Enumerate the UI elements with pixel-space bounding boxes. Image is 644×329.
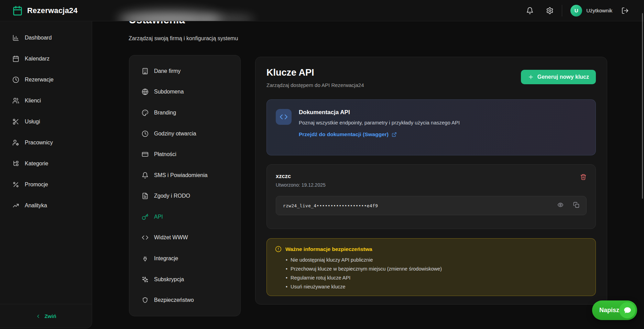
docs-link-label: Przejdź do dokumentacji (Swagger) [299, 131, 389, 138]
settings-nav-item-label: Subdomena [154, 89, 184, 95]
settings-button[interactable] [546, 7, 554, 14]
delete-key-button[interactable] [580, 174, 587, 182]
settings-nav-item-label: Bezpieczeństwo [154, 297, 194, 303]
scrollbar[interactable] [642, 13, 643, 199]
key-icon [142, 213, 149, 220]
chat-bubble [619, 302, 635, 318]
settings-nav-item-zgody-i-rodo[interactable]: Zgody i RODO [135, 188, 235, 204]
external-link-icon [392, 132, 397, 137]
trending-up-icon [12, 202, 19, 209]
sidebar-item-rezerwacje[interactable]: Rezerwacje [5, 72, 87, 87]
settings-nav-item-godziny-otwarcia[interactable]: Godziny otwarcia [135, 126, 235, 141]
api-header: Klucze API Zarządzaj dostępem do API Rez… [266, 67, 596, 88]
topbar-actions: U Użytkownik [526, 5, 629, 17]
building-icon [142, 68, 149, 75]
settings-nav-item-label: Integracje [154, 255, 178, 262]
reveal-key-button[interactable] [557, 202, 564, 209]
settings-nav-item-sms-i-powiadomienia[interactable]: SMS i Powiadomienia [135, 168, 235, 183]
calendar-icon [12, 55, 19, 62]
api-key-created: Utworzono: 19.12.2025 [276, 182, 326, 188]
code-icon [142, 234, 149, 241]
topbar: Rezerwacja24 U Użytkownik [0, 0, 644, 21]
chat-label: Napisz! [599, 307, 621, 314]
warning-header: Ważne informacje bezpieczeństwa [275, 246, 587, 252]
settings-nav-item-api[interactable]: API [135, 209, 235, 224]
page-subtitle: Zarządzaj swoją firmą i konfiguracją sys… [129, 35, 238, 42]
settings-nav-item-branding[interactable]: Branding [135, 105, 235, 120]
generate-key-label: Generuj nowy klucz [537, 74, 589, 80]
sidebar-item-us-ugi[interactable]: Usługi [5, 114, 87, 129]
api-docs-card: Dokumentacja API Poznaj wszystkie endpoi… [266, 99, 596, 155]
code-icon [280, 113, 288, 121]
sidebar-item-kalendarz[interactable]: Kalendarz [5, 51, 87, 66]
warning-list: Nie udostępniaj kluczy API publiczniePrz… [286, 255, 587, 291]
sidebar-item-klienci[interactable]: Klienci [5, 93, 87, 108]
sidebar: Dashboard Kalendarz Rezerwacje Klienci U… [0, 21, 92, 328]
brand-name: Rezerwacja24 [27, 6, 78, 15]
api-key-field: rzw24_live_4••••••••••••••••••e4f9 [276, 196, 587, 215]
chat-bubble-icon [623, 306, 632, 315]
blur-glow [119, 12, 222, 21]
api-keys-panel: Klucze API Zarządzaj dostępem do API Rez… [255, 57, 607, 305]
settings-nav-item-subskrypcja[interactable]: Subskrypcja [135, 272, 235, 287]
sidebar-item-label: Pracownicy [25, 140, 53, 146]
docs-title: Dokumentacja API [299, 109, 460, 116]
avatar[interactable]: U [570, 5, 582, 17]
settings-nav-item-label: Zgody i RODO [154, 193, 190, 199]
logout-button[interactable] [621, 7, 629, 14]
settings-nav-item-label: SMS i Powiadomienia [154, 172, 208, 178]
docs-description: Poznaj wszystkie endpointy, parametry i … [299, 120, 460, 125]
settings-nav-item-dane-firmy[interactable]: Dane firmy [135, 64, 235, 79]
sidebar-item-analityka[interactable]: Analityka [5, 198, 87, 213]
bell-icon [142, 172, 149, 179]
sidebar-item-dashboard[interactable]: Dashboard [5, 30, 87, 45]
settings-nav-item-subdomena[interactable]: Subdomena [135, 85, 235, 100]
clock-icon [12, 76, 19, 83]
sidebar-nav: Dashboard Kalendarz Rezerwacje Klienci U… [0, 21, 92, 304]
sidebar-item-label: Dashboard [25, 35, 52, 41]
trash-icon [580, 174, 587, 180]
api-key-header: xzczc Utworzono: 19.12.2025 [276, 173, 587, 188]
settings-nav-item-label: Płatności [154, 151, 176, 157]
sidebar-item-pracownicy[interactable]: Pracownicy [5, 135, 87, 150]
settings-nav-item-p-atno-ci[interactable]: Płatności [135, 147, 235, 162]
sidebar-footer: Zwiń [0, 304, 92, 328]
sidebar-item-kategorie[interactable]: Kategorie [5, 156, 87, 171]
blur-glow [203, 14, 254, 21]
generate-key-button[interactable]: Generuj nowy klucz [521, 70, 596, 84]
settings-nav: Dane firmy Subdomena Branding Godziny ot… [129, 55, 241, 316]
file-text-icon [142, 193, 149, 199]
sparkles-icon [142, 276, 149, 283]
warning-item: Nie udostępniaj kluczy API publicznie [286, 255, 587, 264]
security-warning-card: Ważne informacje bezpieczeństwa Nie udos… [266, 238, 596, 296]
sidebar-item-promocje[interactable]: Promocje [5, 177, 87, 192]
settings-nav-item-label: Branding [154, 110, 176, 116]
settings-nav-item-wid-et-www[interactable]: Widżet WWW [135, 230, 235, 245]
notifications-button[interactable] [526, 7, 534, 14]
api-section-title: Klucze API [266, 67, 364, 78]
api-key-name: xzczc [276, 173, 326, 179]
settings-nav-item-bezpiecze-stwo[interactable]: Bezpieczeństwo [135, 293, 235, 308]
log-out-icon [621, 7, 629, 14]
clock-icon [142, 130, 149, 137]
settings-nav-item-integracje[interactable]: Integracje [135, 251, 235, 266]
docs-swagger-link[interactable]: Przejdź do dokumentacji (Swagger) [299, 131, 460, 138]
settings-nav-item-label: Subskrypcja [154, 276, 184, 283]
user-name: Użytkownik [586, 8, 612, 13]
plus-icon [528, 74, 534, 80]
sidebar-item-label: Promocje [25, 182, 48, 188]
shield-icon [142, 297, 149, 304]
api-section-subtitle: Zarządzaj dostępem do API Rezerwacja24 [266, 82, 364, 88]
collapse-sidebar-button[interactable]: Zwiń [35, 313, 56, 319]
settings-nav-item-label: API [154, 214, 163, 220]
tree-icon [12, 160, 19, 167]
copy-key-button[interactable] [573, 202, 579, 209]
chat-widget-button[interactable]: Napisz! [592, 300, 637, 320]
settings-nav-item-label: Dane firmy [154, 68, 181, 74]
brand[interactable]: Rezerwacja24 [12, 6, 78, 16]
warning-item: Przechowuj klucze w bezpiecznym miejscu … [286, 264, 587, 273]
bell-icon [526, 7, 534, 14]
plug-icon [142, 255, 149, 262]
divider [562, 5, 562, 17]
sidebar-item-label: Usługi [25, 119, 40, 125]
